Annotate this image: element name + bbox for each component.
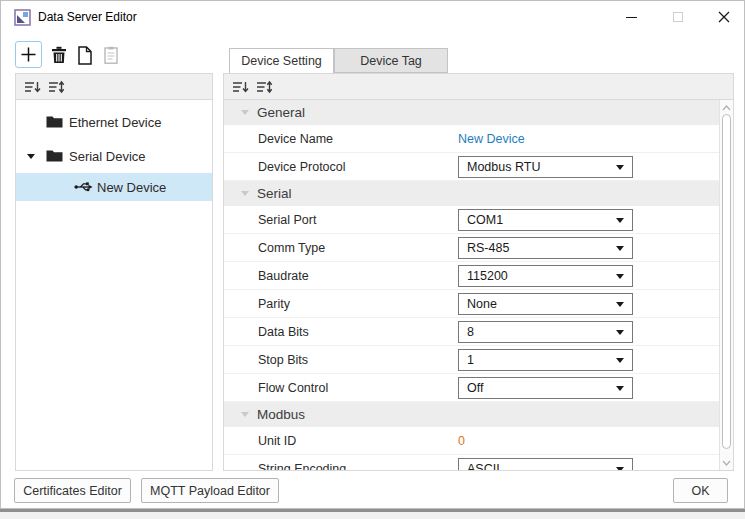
string-encoding-dropdown[interactable]: ASCII xyxy=(458,458,633,471)
setting-label: Baudrate xyxy=(224,269,458,283)
setting-label: Serial Port xyxy=(224,213,458,227)
chevron-up-icon xyxy=(722,105,731,111)
minimize-button[interactable] xyxy=(614,1,648,33)
dropdown-value: 1 xyxy=(459,353,474,367)
folder-icon xyxy=(46,115,63,128)
plus-icon xyxy=(21,47,36,62)
copy-icon xyxy=(77,46,93,65)
scrollbar-thumb[interactable] xyxy=(722,114,731,449)
setting-row-unit-id: Unit ID 0 xyxy=(224,427,719,455)
parity-dropdown[interactable]: None xyxy=(458,293,633,315)
chevron-down-icon xyxy=(722,460,731,466)
expand-arrow-icon[interactable] xyxy=(27,154,35,159)
expand-all-icon xyxy=(48,80,65,94)
section-header-serial[interactable]: Serial xyxy=(224,181,719,206)
settings-scrollbar[interactable] xyxy=(719,100,733,470)
expand-all-button[interactable] xyxy=(48,80,65,94)
paste-device-button xyxy=(99,43,123,67)
dropdown-value: RS-485 xyxy=(459,241,509,255)
device-protocol-dropdown[interactable]: Modbus RTU xyxy=(458,156,633,178)
stop-bits-dropdown[interactable]: 1 xyxy=(458,349,633,371)
ok-button[interactable]: OK xyxy=(673,478,728,503)
chevron-down-icon xyxy=(616,165,624,170)
setting-row-flow-control: Flow Control Off xyxy=(224,374,719,402)
section-collapse-icon xyxy=(241,412,249,417)
tree-item-label: Serial Device xyxy=(16,149,146,164)
setting-row-parity: Parity None xyxy=(224,290,719,318)
add-device-button[interactable] xyxy=(15,41,42,68)
setting-label: Device Protocol xyxy=(224,160,458,174)
setting-row-device-name: Device Name New Device xyxy=(224,125,719,153)
dropdown-value: Off xyxy=(459,381,483,395)
tree-item-label: Ethernet Device xyxy=(16,115,162,130)
setting-row-baudrate: Baudrate 115200 xyxy=(224,262,719,290)
scroll-up-button[interactable] xyxy=(720,101,733,114)
setting-label: Comm Type xyxy=(224,241,458,255)
dropdown-value: None xyxy=(459,297,497,311)
title-bar: Data Server Editor xyxy=(1,1,744,34)
chevron-down-icon xyxy=(616,302,624,307)
chevron-down-icon xyxy=(616,218,624,223)
folder-icon xyxy=(46,149,63,162)
tree-item-new-device[interactable]: New Device xyxy=(16,173,212,201)
baudrate-dropdown[interactable]: 115200 xyxy=(458,265,633,287)
comm-type-dropdown[interactable]: RS-485 xyxy=(458,237,633,259)
section-header-general[interactable]: General xyxy=(224,100,719,125)
tree-item-ethernet-device[interactable]: Ethernet Device xyxy=(16,108,212,136)
mqtt-payload-editor-button[interactable]: MQTT Payload Editor xyxy=(141,478,279,503)
setting-row-comm-type: Comm Type RS-485 xyxy=(224,234,719,262)
flow-control-dropdown[interactable]: Off xyxy=(458,377,633,399)
usb-device-icon xyxy=(74,181,93,193)
collapse-all-button[interactable] xyxy=(24,80,41,94)
window-title: Data Server Editor xyxy=(38,10,137,24)
setting-row-string-encoding: String Encoding ASCII xyxy=(224,455,719,470)
expand-all-button[interactable] xyxy=(256,80,273,94)
setting-row-serial-port: Serial Port COM1 xyxy=(224,206,719,234)
maximize-button[interactable] xyxy=(661,1,695,33)
close-button[interactable] xyxy=(707,1,741,33)
tab-label: Device Setting xyxy=(241,54,322,68)
setting-label: Stop Bits xyxy=(224,353,458,367)
certificates-editor-button[interactable]: Certificates Editor xyxy=(14,478,131,503)
collapse-all-button[interactable] xyxy=(232,80,249,94)
scroll-down-button[interactable] xyxy=(720,456,733,469)
device-name-value[interactable]: New Device xyxy=(458,132,525,146)
chevron-down-icon xyxy=(616,274,624,279)
setting-row-data-bits: Data Bits 8 xyxy=(224,318,719,346)
tree-item-serial-device[interactable]: Serial Device xyxy=(16,142,212,170)
dropdown-value: 8 xyxy=(459,325,474,339)
device-tree: Ethernet Device Serial Device xyxy=(16,100,212,470)
window-bottom-edge xyxy=(0,509,745,512)
app-icon xyxy=(14,9,31,26)
tab-device-setting[interactable]: Device Setting xyxy=(229,48,334,73)
delete-device-button[interactable] xyxy=(47,43,71,67)
setting-label: String Encoding xyxy=(224,462,458,471)
section-title: General xyxy=(257,105,305,120)
section-title: Modbus xyxy=(257,407,305,422)
minimize-icon xyxy=(626,17,637,18)
setting-row-device-protocol: Device Protocol Modbus RTU xyxy=(224,153,719,181)
dropdown-value: COM1 xyxy=(459,213,503,227)
setting-row-stop-bits: Stop Bits 1 xyxy=(224,346,719,374)
device-tree-panel: Ethernet Device Serial Device xyxy=(15,73,213,471)
tab-label: Device Tag xyxy=(360,54,422,68)
setting-label: Unit ID xyxy=(224,434,458,448)
expand-all-icon xyxy=(256,80,273,94)
section-collapse-icon xyxy=(241,191,249,196)
serial-port-dropdown[interactable]: COM1 xyxy=(458,209,633,231)
dropdown-value: 115200 xyxy=(459,269,508,283)
tree-subtoolbar xyxy=(16,74,212,100)
copy-device-button[interactable] xyxy=(73,43,97,67)
trash-icon xyxy=(51,46,67,64)
section-header-modbus[interactable]: Modbus xyxy=(224,402,719,427)
tab-device-tag[interactable]: Device Tag xyxy=(334,48,448,73)
dropdown-value: Modbus RTU xyxy=(459,160,540,174)
close-icon xyxy=(718,11,730,23)
setting-label: Parity xyxy=(224,297,458,311)
device-setting-panel: General Device Name New Device Device Pr… xyxy=(223,73,734,471)
settings-list: General Device Name New Device Device Pr… xyxy=(224,100,719,470)
unit-id-value[interactable]: 0 xyxy=(458,434,465,448)
section-title: Serial xyxy=(257,186,292,201)
setting-label: Data Bits xyxy=(224,325,458,339)
data-bits-dropdown[interactable]: 8 xyxy=(458,321,633,343)
